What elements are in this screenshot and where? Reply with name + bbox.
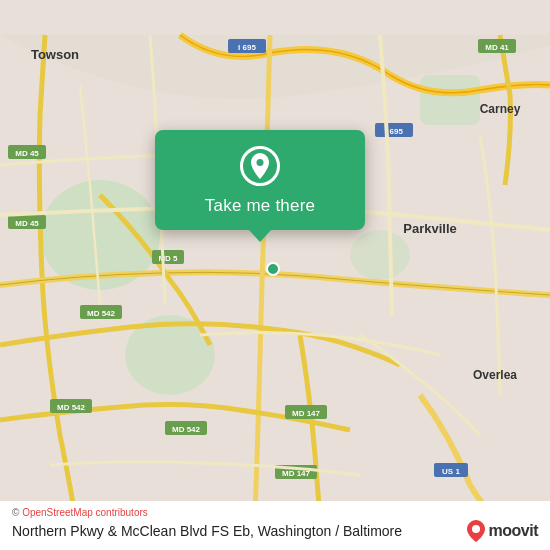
svg-point-3 (350, 230, 410, 280)
location-text: Northern Pkwy & McClean Blvd FS Eb, Wash… (12, 523, 402, 539)
bottom-bar: © OpenStreetMap contributors Northern Pk… (0, 501, 550, 550)
svg-text:Parkville: Parkville (403, 221, 457, 236)
svg-text:MD 45: MD 45 (15, 219, 39, 228)
take-me-there-button[interactable]: Take me there (205, 196, 315, 216)
svg-text:MD 41: MD 41 (485, 43, 509, 52)
svg-text:MD 542: MD 542 (87, 309, 116, 318)
map-container: I 695 I 695 MD 41 MD 45 MD 45 MD 542 MD … (0, 0, 550, 550)
svg-text:Carney: Carney (480, 102, 521, 116)
svg-text:I 695: I 695 (238, 43, 256, 52)
svg-point-33 (267, 263, 279, 275)
location-icon-circle (240, 146, 280, 186)
attribution: © OpenStreetMap contributors (12, 507, 538, 518)
moovit-logo: moovit (467, 520, 538, 542)
svg-text:Overlea: Overlea (473, 368, 517, 382)
svg-point-35 (472, 525, 480, 533)
svg-point-34 (257, 159, 264, 166)
openstreetmap-link[interactable]: OpenStreetMap contributors (22, 507, 148, 518)
moovit-pin-icon (467, 520, 485, 542)
location-pin-icon (249, 153, 271, 179)
location-name-bar: Northern Pkwy & McClean Blvd FS Eb, Wash… (12, 520, 538, 542)
attribution-text: © (12, 507, 22, 518)
moovit-text: moovit (489, 522, 538, 540)
map-svg: I 695 I 695 MD 41 MD 45 MD 45 MD 542 MD … (0, 0, 550, 550)
svg-text:MD 45: MD 45 (15, 149, 39, 158)
svg-text:MD 147: MD 147 (292, 409, 321, 418)
svg-text:Towson: Towson (31, 47, 79, 62)
popup-card: Take me there (155, 130, 365, 230)
svg-text:MD 542: MD 542 (172, 425, 201, 434)
svg-rect-4 (420, 75, 480, 125)
svg-text:MD 542: MD 542 (57, 403, 86, 412)
svg-text:US 1: US 1 (442, 467, 460, 476)
